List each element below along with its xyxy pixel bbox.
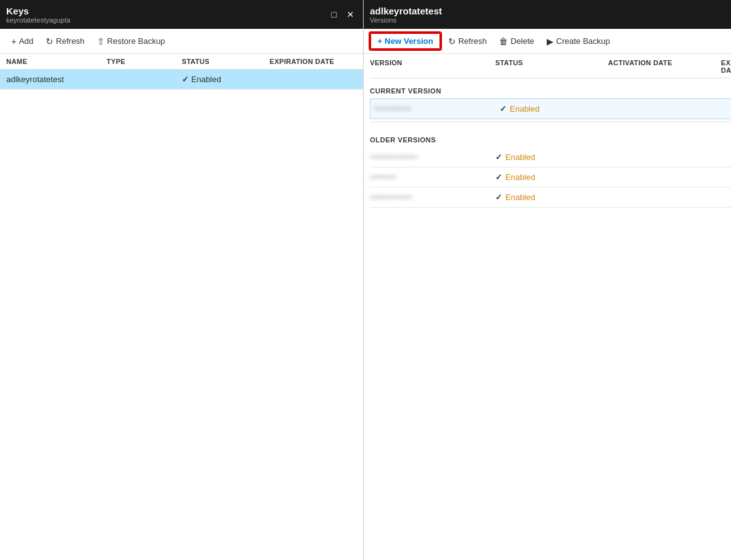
current-version-row[interactable]: •••••••••••••• ✓ Enabled	[370, 98, 731, 119]
plus-icon: +	[11, 36, 16, 46]
versions-table: VERSION STATUS ACTIVATION DATE EXPIRATIO…	[364, 54, 731, 560]
add-label: Add	[19, 36, 33, 46]
new-version-label: New Version	[385, 36, 433, 46]
left-table-header: NAME TYPE STATUS EXPIRATION DATE	[0, 54, 363, 70]
right-refresh-icon: ↻	[448, 36, 456, 46]
right-toolbar: + New Version ↻ Refresh 🗑 Delete ▶ Creat…	[364, 29, 731, 54]
left-refresh-label: Refresh	[56, 36, 85, 46]
new-version-button[interactable]: + New Version	[370, 33, 441, 50]
older-enabled-text-1: Enabled	[505, 152, 535, 162]
refresh-icon: ↻	[46, 36, 53, 46]
older-versions-label: OLDER VERSIONS	[370, 127, 731, 147]
current-version-status: ✓ Enabled	[500, 104, 613, 114]
current-version-id: ••••••••••••••	[374, 105, 500, 114]
expiration-col: EXPIRATION DATE	[721, 59, 731, 74]
left-panel: Keys keyrotatetestyagupta □ ✕ + Add ↻ Re…	[0, 0, 364, 560]
left-title: Keys	[6, 6, 70, 16]
older-enabled-text-2: Enabled	[505, 172, 535, 182]
delete-label: Delete	[510, 36, 534, 46]
right-titlebar: adlkeyrotatetest Versions □ ✕	[364, 0, 731, 29]
backup-icon: ▶	[547, 36, 554, 46]
left-table-body: adlkeyrotatetest ✓ Enabled	[0, 70, 363, 560]
table-row[interactable]: adlkeyrotatetest ✓ Enabled	[0, 70, 363, 90]
status-col: STATUS	[495, 59, 608, 74]
left-minimize-button[interactable]: □	[329, 9, 339, 20]
row-status-text: Enabled	[191, 75, 221, 84]
col-status: STATUS	[182, 58, 270, 65]
delete-icon: 🗑	[499, 36, 508, 46]
restore-icon: ⇧	[97, 36, 105, 46]
older-check-icon-2: ✓	[495, 172, 502, 182]
older-version-id-2: ••••••••••	[370, 173, 495, 182]
older-version-id-1: ••••••••••••••••••	[370, 153, 495, 162]
left-titlebar: Keys keyrotatetestyagupta □ ✕	[0, 0, 363, 29]
left-refresh-button[interactable]: ↻ Refresh	[41, 34, 90, 49]
create-backup-button[interactable]: ▶ Create Backup	[542, 34, 615, 49]
older-check-icon-1: ✓	[495, 152, 502, 162]
current-check-icon: ✓	[500, 104, 507, 114]
right-refresh-label: Refresh	[458, 36, 487, 46]
version-col: VERSION	[370, 59, 495, 74]
row-status: ✓ Enabled	[182, 75, 270, 84]
delete-button[interactable]: 🗑 Delete	[494, 34, 539, 49]
right-panel: adlkeyrotatetest Versions □ ✕ + New Vers…	[364, 0, 731, 560]
add-button[interactable]: + Add	[6, 34, 38, 49]
versions-header: VERSION STATUS ACTIVATION DATE EXPIRATIO…	[370, 54, 731, 78]
older-version-status-2: ✓ Enabled	[495, 172, 608, 182]
check-icon: ✓	[182, 75, 189, 84]
divider	[370, 122, 731, 122]
restore-backup-button[interactable]: ⇧ Restore Backup	[92, 34, 171, 49]
right-title: adlkeyrotatetest	[370, 6, 442, 16]
older-enabled-text-3: Enabled	[505, 193, 535, 202]
create-backup-label: Create Backup	[556, 36, 610, 46]
left-toolbar: + Add ↻ Refresh ⇧ Restore Backup	[0, 29, 363, 54]
older-version-row-2[interactable]: •••••••••• ✓ Enabled	[370, 167, 731, 188]
older-version-status-1: ✓ Enabled	[495, 152, 608, 162]
col-type: TYPE	[107, 58, 182, 65]
current-version-label: CURRENT VERSION	[370, 78, 731, 98]
left-close-button[interactable]: ✕	[344, 9, 357, 20]
right-refresh-button[interactable]: ↻ Refresh	[443, 34, 492, 49]
activation-col: ACTIVATION DATE	[608, 59, 721, 74]
restore-label: Restore Backup	[107, 36, 166, 46]
new-version-plus-icon: +	[377, 36, 382, 46]
left-subtitle: keyrotatetestyagupta	[6, 16, 70, 24]
older-version-id-3: ••••••••••••••••	[370, 193, 495, 202]
older-version-row-3[interactable]: •••••••••••••••• ✓ Enabled	[370, 188, 731, 208]
older-version-row-1[interactable]: •••••••••••••••••• ✓ Enabled	[370, 147, 731, 167]
current-enabled-text: Enabled	[510, 104, 540, 114]
older-check-icon-3: ✓	[495, 193, 502, 202]
col-name: NAME	[6, 58, 107, 65]
right-subtitle: Versions	[370, 16, 442, 24]
row-name: adlkeyrotatetest	[6, 75, 107, 84]
older-version-status-3: ✓ Enabled	[495, 193, 608, 202]
col-expiration: EXPIRATION DATE	[270, 58, 357, 65]
